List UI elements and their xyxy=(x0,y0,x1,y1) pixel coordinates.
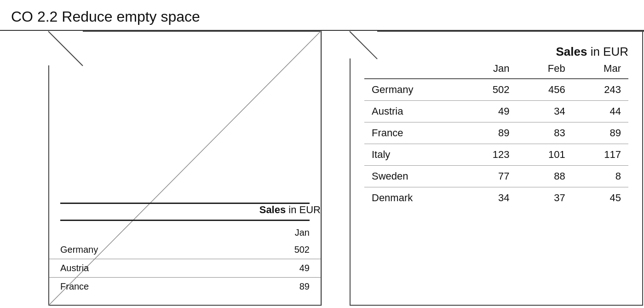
right-jan-denmark: 34 xyxy=(462,187,517,209)
left-table: Germany 502 Austria 49 France 89 xyxy=(49,241,321,296)
left-header-text: Sales in EUR xyxy=(49,204,321,220)
left-table-container: Sales in EUR Jan Germany 502 Austria 49 xyxy=(49,31,321,305)
right-jan-germany: 502 xyxy=(462,79,517,101)
paper-border-bottom xyxy=(48,305,322,306)
right-mar-france: 89 xyxy=(573,122,628,144)
right-mar-italy: 117 xyxy=(573,144,628,166)
right-col-mar: Mar xyxy=(573,59,628,79)
table-row: Austria 49 34 44 xyxy=(364,101,628,122)
right-col-jan: Jan xyxy=(462,59,517,79)
table-row: Germany 502 xyxy=(49,241,321,259)
right-feb-austria: 34 xyxy=(517,101,573,122)
right-table-container: Sales in EUR Jan Feb Mar Germany 502 456 xyxy=(351,35,642,304)
right-jan-austria: 49 xyxy=(462,101,517,122)
left-header-bold: Sales xyxy=(259,204,286,215)
right-mar-denmark: 45 xyxy=(573,187,628,209)
left-col-jan: Jan xyxy=(295,227,310,238)
right-feb-denmark: 37 xyxy=(517,187,573,209)
right-table-header-row: Jan Feb Mar xyxy=(364,59,628,79)
right-table: Jan Feb Mar Germany 502 456 243 Austria … xyxy=(364,59,628,209)
right-feb-sweden: 88 xyxy=(517,166,573,187)
left-jan-germany: 502 xyxy=(216,241,321,259)
right-jan-france: 89 xyxy=(462,122,517,144)
right-mar-austria: 44 xyxy=(573,101,628,122)
left-jan-france: 89 xyxy=(216,278,321,296)
table-row: Sweden 77 88 8 xyxy=(364,166,628,187)
right-country-germany: Germany xyxy=(364,79,462,101)
content-area: Sales in EUR Jan Germany 502 Austria 49 xyxy=(0,31,644,306)
table-row: Austria 49 xyxy=(49,259,321,278)
left-col-header-row: Jan xyxy=(49,225,321,241)
paper-border-right xyxy=(321,31,322,306)
left-country-austria: Austria xyxy=(49,259,216,278)
right-country-italy: Italy xyxy=(364,144,462,166)
left-country-germany: Germany xyxy=(49,241,216,259)
right-jan-italy: 123 xyxy=(462,144,517,166)
right-col-feb: Feb xyxy=(517,59,573,79)
right-paper-border-right xyxy=(642,31,643,306)
right-country-denmark: Denmark xyxy=(364,187,462,209)
right-country-france: France xyxy=(364,122,462,144)
right-header-title: Sales in EUR xyxy=(364,45,628,59)
right-mar-germany: 243 xyxy=(573,79,628,101)
table-row: Italy 123 101 117 xyxy=(364,144,628,166)
left-panel: Sales in EUR Jan Germany 502 Austria 49 xyxy=(0,31,322,306)
right-jan-sweden: 77 xyxy=(462,166,517,187)
left-jan-austria: 49 xyxy=(216,259,321,278)
right-paper-border-top xyxy=(377,31,644,32)
page-title: CO 2.2 Reduce empty space xyxy=(0,0,644,31)
right-feb-italy: 101 xyxy=(517,144,573,166)
right-col-country xyxy=(364,59,462,79)
right-feb-france: 83 xyxy=(517,122,573,144)
right-paper-border-bottom xyxy=(350,305,643,306)
table-row: Denmark 34 37 45 xyxy=(364,187,628,209)
left-bottom-rule xyxy=(60,220,310,221)
table-row: Germany 502 456 243 xyxy=(364,79,628,101)
right-country-sweden: Sweden xyxy=(364,166,462,187)
right-feb-germany: 456 xyxy=(517,79,573,101)
right-panel: Sales in EUR Jan Feb Mar Germany 502 456 xyxy=(322,31,644,306)
right-mar-sweden: 8 xyxy=(573,166,628,187)
right-country-austria: Austria xyxy=(364,101,462,122)
table-row: France 89 83 89 xyxy=(364,122,628,144)
table-row: France 89 xyxy=(49,278,321,296)
left-country-france: France xyxy=(49,278,216,296)
right-header-bold: Sales xyxy=(556,45,587,58)
